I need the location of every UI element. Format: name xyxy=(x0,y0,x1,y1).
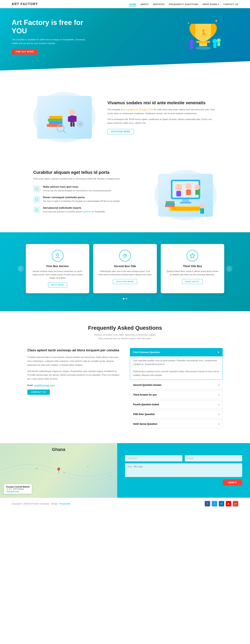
faq-left: Class aptent taciti sociosqu ad litora t… xyxy=(27,348,120,429)
svg-point-45 xyxy=(56,254,59,256)
svg-text:★★★★★: ★★★★★ xyxy=(177,183,186,186)
svg-point-8 xyxy=(212,39,217,44)
hero-section: Art Factory is free for YOU This templat… xyxy=(0,8,250,70)
services-illustration: ★★★★★ ★★★★☆ xyxy=(158,174,213,217)
card-text-2: Pellentesque vitae urna ut nisl varius t… xyxy=(98,270,152,276)
carousel-dots xyxy=(8,298,242,300)
service-title-1: Nulla ultrices risus quis risus xyxy=(43,185,111,188)
service-text-2: You have no right to re-distribute this … xyxy=(43,200,120,203)
hero-description: This template is available for 100% free… xyxy=(12,38,86,45)
carousel-dot-1[interactable] xyxy=(123,298,124,300)
svg-rect-36 xyxy=(182,199,189,202)
svg-point-49 xyxy=(63,472,65,473)
svg-rect-9 xyxy=(213,44,216,48)
map-view-larger[interactable]: View larger map xyxy=(6,490,19,492)
map-background: Ghana 📍 Kumasi Central Market ⭐ 3.7 · 61… xyxy=(0,443,117,498)
faq-question-1[interactable]: First Common Question ∨ xyxy=(130,348,222,356)
carousel-prev-button[interactable]: ‹ xyxy=(18,266,24,272)
nav-about[interactable]: ABOUT xyxy=(141,3,149,6)
social-facebook[interactable]: f xyxy=(205,501,210,506)
map-area: Ghana 📍 Kumasi Central Market ⭐ 3.7 · 61… xyxy=(0,443,117,498)
service-item-3: ⬡ Sed placerat sollicitudin mauris If yo… xyxy=(33,206,143,213)
email-link[interactable]: email@company.com xyxy=(34,384,55,386)
svg-rect-39 xyxy=(171,207,200,210)
faq-left-title: Class aptent taciti sociosqu ad litora t… xyxy=(27,348,120,353)
carousel-next-button[interactable]: › xyxy=(226,266,232,272)
faq-question-6[interactable]: Sixth Sense Question › xyxy=(130,420,222,428)
faq-item-4: Fourth Question Asked › xyxy=(130,400,223,409)
nav-home[interactable]: HOME xyxy=(129,3,136,6)
svg-point-25 xyxy=(79,123,81,126)
svg-rect-17 xyxy=(70,116,75,122)
svg-rect-31 xyxy=(186,190,191,195)
faq-question-4[interactable]: Fourth Question Asked › xyxy=(130,400,222,408)
svg-rect-15 xyxy=(49,116,63,119)
svg-point-40 xyxy=(200,204,204,208)
faq-chevron-5: › xyxy=(218,413,219,416)
message-textarea[interactable] xyxy=(125,463,242,477)
navbar: ART FACTORY HOME ABOUT SERVICES FREQUENT… xyxy=(0,0,250,8)
social-youtube[interactable]: ▶ xyxy=(226,501,231,506)
map-info-box: Kumasi Central Market ⭐ 3.7 · 614 review… xyxy=(4,484,32,494)
svg-point-32 xyxy=(195,184,200,190)
services-title: Curabitur aliquam eget tellus id porta xyxy=(33,170,143,175)
carousel-cards: First Box Service Aenean volutpat massa … xyxy=(26,244,224,293)
card-icon-2 xyxy=(119,250,131,262)
faq-content: Class aptent taciti sociosqu ad litora t… xyxy=(27,348,223,429)
service-item-1: ⬡ Nulla ultrices risus quis risus You ca… xyxy=(33,185,143,192)
contact-link[interactable]: contact us xyxy=(82,211,91,213)
social-google[interactable]: g+ xyxy=(233,501,238,506)
svg-point-0 xyxy=(195,46,211,50)
services-section: Curabitur aliquam eget tellus id porta P… xyxy=(0,158,250,232)
about-text: Vivamus sodales nisi id ante molestie ve… xyxy=(107,100,217,134)
nav-services[interactable]: SERVICES xyxy=(153,3,164,6)
faq-question-3[interactable]: Third Answer for you › xyxy=(130,391,222,399)
faq-answer-1: Duis vulputate porttitor urna sit amet p… xyxy=(130,356,222,379)
nav-faq[interactable]: FREQUENTLY QUESTIONS xyxy=(169,3,198,6)
services-text: Curabitur aliquam eget tellus id porta P… xyxy=(33,170,143,217)
about-illustration-wrap xyxy=(33,92,96,143)
hero-cta-button[interactable]: FIND OUT MORE xyxy=(12,49,38,54)
about-title: Vivamus sodales nisi id ante molestie ve… xyxy=(107,100,217,106)
service-text-3: If you have any question or comment, ple… xyxy=(43,210,106,213)
svg-rect-18 xyxy=(68,116,70,122)
faq-question-5[interactable]: Fifth Ever Question › xyxy=(130,410,222,418)
carousel-card-1: First Box Service Aenean volutpat massa … xyxy=(26,244,89,293)
about-section: Vivamus sodales nisi id ante molestie ve… xyxy=(0,70,250,158)
card-cta-2[interactable]: DISCOVER MORE xyxy=(113,279,137,284)
faq-left-p2: Sed lobortis pellentesque magna ac congu… xyxy=(27,370,120,381)
faq-item-3: Third Answer for you › xyxy=(130,390,223,399)
service-title-3: Sed placerat sollicitudin mauris xyxy=(43,206,106,209)
svg-rect-44 xyxy=(166,201,174,203)
svg-text:1: 1 xyxy=(202,28,205,36)
about-cta-button[interactable]: DISCOVER MORE xyxy=(107,129,134,134)
footer-templatemo-link[interactable]: TemplateMo xyxy=(59,502,70,505)
fullname-input[interactable] xyxy=(125,455,182,462)
carousel-dot-2[interactable] xyxy=(126,298,127,300)
send-button[interactable]: SEND IT xyxy=(223,479,242,486)
faq-item-5: Fifth Ever Question › xyxy=(130,410,223,418)
svg-point-48 xyxy=(36,468,38,469)
nav-contact[interactable]: CONTACT US xyxy=(223,3,238,6)
contact-form-name-row xyxy=(125,455,242,462)
svg-text:★★★★☆: ★★★★☆ xyxy=(187,182,195,185)
faq-item-6: Sixth Sense Question › xyxy=(130,420,223,428)
card-cta-1[interactable]: READ MORE xyxy=(48,282,67,288)
social-twitter[interactable]: t xyxy=(212,501,217,506)
carousel-card-3: Third Title Box Quisque finibus libero m… xyxy=(161,244,224,293)
faq-question-2[interactable]: Second Question Answer › xyxy=(130,381,222,389)
card-cta-3[interactable]: MORE DETAIL xyxy=(182,279,203,284)
services-illustration-wrap: ★★★★★ ★★★★☆ xyxy=(154,170,217,220)
about-p2: Sed a consequat velit. Morbi lectus sapi… xyxy=(107,118,217,125)
service-icon-1: ⬡ xyxy=(33,185,40,192)
carousel-section: ‹ First Box Service Aenean volutpat mass… xyxy=(0,232,250,311)
contact-us-button[interactable]: CONTACT US xyxy=(27,390,50,395)
nav-logo: ART FACTORY xyxy=(12,2,38,6)
carousel-card-2: Second Box Title Pellentesque vitae urna… xyxy=(93,244,157,293)
service-icon-2: ⬡ xyxy=(33,196,40,203)
nav-dropdown[interactable]: DROP DOWN ▾ xyxy=(203,3,219,6)
social-linkedin[interactable]: in xyxy=(219,501,224,506)
card-icon-3 xyxy=(187,250,198,262)
card-icon-1 xyxy=(52,250,63,262)
email-input[interactable] xyxy=(185,455,242,462)
